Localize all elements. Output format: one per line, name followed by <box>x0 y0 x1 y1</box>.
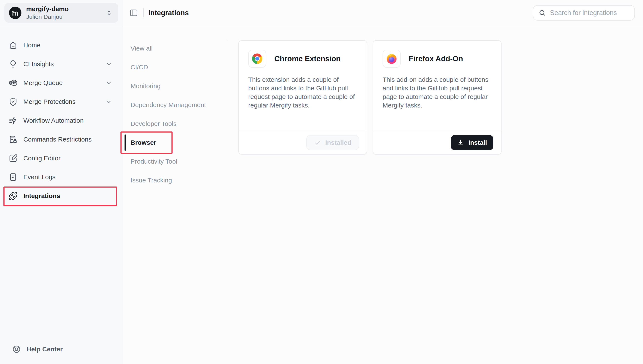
chevrons-up-down-icon <box>105 9 113 16</box>
category-browser[interactable]: Browser <box>123 133 228 152</box>
puzzle-icon <box>9 192 18 200</box>
category-view-all[interactable]: View all <box>123 39 228 58</box>
sidebar-item-label: Commands Restrictions <box>23 136 92 143</box>
category-monitoring[interactable]: Monitoring <box>123 77 228 96</box>
vertical-divider <box>228 40 228 183</box>
page-title: Integrations <box>148 9 189 17</box>
header-divider <box>143 8 144 17</box>
card-chrome-extension: Chrome Extension This extension adds a c… <box>238 40 367 154</box>
sidebar-item-merge-protections[interactable]: Merge Protections <box>0 92 123 111</box>
home-icon <box>9 41 18 50</box>
chevron-down-icon[interactable] <box>105 60 112 68</box>
workspace-user-name: Julien Danjou <box>26 14 69 20</box>
card-header: Firefox Add-On <box>383 50 493 68</box>
card-firefox-addon: Firefox Add-On This add-on adds a couple… <box>373 40 502 154</box>
sidebar-item-label: Merge Queue <box>23 79 63 86</box>
document-lock-icon <box>9 135 18 144</box>
category-productivity-tool[interactable]: Productivity Tool <box>123 152 228 171</box>
category-dependency-management[interactable]: Dependency Management <box>123 96 228 114</box>
search-box[interactable] <box>533 5 635 20</box>
search-input[interactable] <box>550 9 629 17</box>
sidebar-nav: Home CI Insights <box>0 26 123 205</box>
workflow-bolt-icon <box>9 116 18 125</box>
sidebar: mergify-demo Julien Danjou Home <box>0 0 123 364</box>
category-developer-tools[interactable]: Developer Tools <box>123 114 228 133</box>
document-lines-icon <box>9 172 18 182</box>
main-area: Integrations View all CI/CD Monitoring D… <box>123 0 643 364</box>
shield-check-icon <box>9 97 18 106</box>
installed-button[interactable]: Installed <box>306 135 359 150</box>
sidebar-item-config-editor[interactable]: Config Editor <box>0 149 123 168</box>
category-issue-tracking[interactable]: Issue Tracking <box>123 171 228 190</box>
sidebar-item-label: Home <box>23 42 41 49</box>
install-button[interactable]: Install <box>451 135 493 150</box>
edit-square-icon <box>9 154 18 163</box>
card-description: This extension adds a couple of buttons … <box>248 75 361 110</box>
help-center-link[interactable]: Help Center <box>0 345 123 364</box>
integrations-content: View all CI/CD Monitoring Dependency Man… <box>123 26 643 364</box>
sidebar-item-commands-restrictions[interactable]: Commands Restrictions <box>0 130 123 149</box>
sidebar-item-label: Merge Protections <box>23 98 76 105</box>
sidebar-item-workflow-automation[interactable]: Workflow Automation <box>0 111 123 130</box>
sidebar-item-label: Workflow Automation <box>23 117 84 124</box>
sidebar-item-merge-queue[interactable]: Merge Queue <box>0 74 123 92</box>
card-header: Chrome Extension <box>248 50 358 68</box>
check-icon <box>314 139 321 146</box>
sidebar-item-integrations[interactable]: Integrations <box>0 186 123 205</box>
integration-cards: Chrome Extension This extension adds a c… <box>238 40 502 154</box>
sidebar-item-label: Config Editor <box>23 154 61 162</box>
chrome-logo-icon <box>248 50 266 68</box>
lifebuoy-icon <box>12 345 21 354</box>
sidebar-item-ci-insights[interactable]: CI Insights <box>0 54 123 74</box>
help-center-label: Help Center <box>27 346 63 353</box>
card-description: This add-on adds a couple of buttons and… <box>383 75 495 110</box>
search-icon <box>538 9 546 17</box>
sidebar-item-home[interactable]: Home <box>0 36 123 54</box>
firefox-logo-icon <box>383 50 401 68</box>
sidebar-toggle-button[interactable] <box>129 8 139 18</box>
panel-left-icon <box>129 8 138 17</box>
workspace-switcher[interactable]: mergify-demo Julien Danjou <box>4 3 118 23</box>
chevron-down-icon[interactable] <box>105 98 112 105</box>
card-title: Firefox Add-On <box>409 54 463 63</box>
merge-queue-icon <box>9 78 18 87</box>
category-ci-cd[interactable]: CI/CD <box>123 58 228 77</box>
mergify-logo-avatar <box>9 7 22 19</box>
workspace-org-name: mergify-demo <box>26 5 69 13</box>
chevron-down-icon[interactable] <box>105 80 112 86</box>
card-body: Firefox Add-On This add-on adds a couple… <box>373 41 501 130</box>
card-title: Chrome Extension <box>274 54 341 63</box>
sidebar-item-label: Event Logs <box>23 174 56 181</box>
sidebar-item-event-logs[interactable]: Event Logs <box>0 168 123 186</box>
sidebar-item-label: Integrations <box>23 192 60 200</box>
sidebar-item-label: CI Insights <box>23 60 54 68</box>
workspace-labels: mergify-demo Julien Danjou <box>26 5 69 20</box>
installed-button-label: Installed <box>325 139 351 146</box>
card-footer: Installed <box>239 130 367 154</box>
card-footer: Install <box>373 130 501 154</box>
download-icon <box>457 139 464 146</box>
install-button-label: Install <box>468 139 487 146</box>
card-body: Chrome Extension This extension adds a c… <box>239 41 367 130</box>
lightbulb-icon <box>9 60 18 68</box>
top-bar: Integrations <box>123 0 643 26</box>
category-list: View all CI/CD Monitoring Dependency Man… <box>123 26 228 190</box>
workspace-section: mergify-demo Julien Danjou <box>0 0 123 26</box>
